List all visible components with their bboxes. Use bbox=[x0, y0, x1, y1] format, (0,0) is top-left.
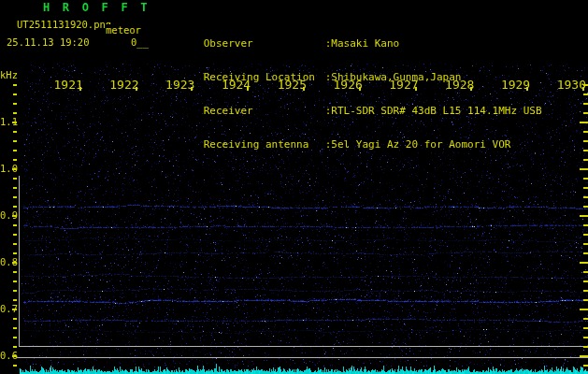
metadata-row-location: Receiving Location:Shibukawa,Gunma,Japan bbox=[166, 61, 542, 72]
freq-label-0.8: 0.8 bbox=[0, 256, 18, 267]
metadata-row-receiver: Receiver:RTL-SDR SDR# 43dB L15 114.1MHz … bbox=[166, 94, 542, 106]
observation-mode-label: meteor bbox=[105, 24, 142, 36]
metadata-row-observer: Observer:Masaki Kano bbox=[166, 27, 542, 38]
freq-label-0.9: 0.9 bbox=[0, 209, 18, 221]
freq-label-1.1: 1.1 bbox=[0, 116, 18, 127]
time-label-1927: 1927 bbox=[389, 78, 418, 92]
time-label-1930: 1930 bbox=[557, 78, 586, 92]
time-label-1924: 1924 bbox=[222, 78, 251, 92]
time-label-1922: 1922 bbox=[109, 78, 138, 92]
freq-label-0.7: 0.7 bbox=[0, 303, 18, 314]
time-label-1928: 1928 bbox=[445, 78, 474, 92]
field-label-antenna: Receiving antenna bbox=[204, 139, 325, 151]
metadata-row-antenna: Receiving antenna:5el Yagi Az 20 for Aom… bbox=[166, 128, 542, 139]
time-label-1926: 1926 bbox=[334, 78, 363, 92]
time-label-1929: 1929 bbox=[501, 78, 530, 92]
datetime-text: 25.11.13 19:20 bbox=[7, 36, 90, 48]
freq-axis-unit: kHz bbox=[0, 69, 18, 80]
freq-label-0.6: 0.6 bbox=[0, 350, 18, 361]
time-label-1921: 1921 bbox=[54, 78, 83, 92]
field-value-antenna: :5el Yagi Az 20 for Aomori VOR bbox=[325, 138, 511, 151]
field-label-receiver: Receiver bbox=[204, 106, 325, 117]
field-label-observer: Observer bbox=[204, 38, 325, 50]
field-value-observer: :Masaki Kano bbox=[325, 37, 399, 50]
elapsed-counter: 0__ bbox=[131, 36, 149, 48]
hrofft-output-screen: H R O F F T UT2511131920.png meteor 25.1… bbox=[0, 0, 588, 374]
time-label-1923: 1923 bbox=[165, 78, 194, 92]
field-value-receiver: :RTL-SDR SDR# 43dB L15 114.1MHz USB bbox=[325, 105, 542, 117]
time-label-1925: 1925 bbox=[278, 78, 307, 92]
freq-label-1.0: 1.0 bbox=[0, 163, 18, 174]
app-title: H R O F F T bbox=[43, 1, 151, 14]
output-filename: UT2511131920.png bbox=[17, 19, 111, 30]
